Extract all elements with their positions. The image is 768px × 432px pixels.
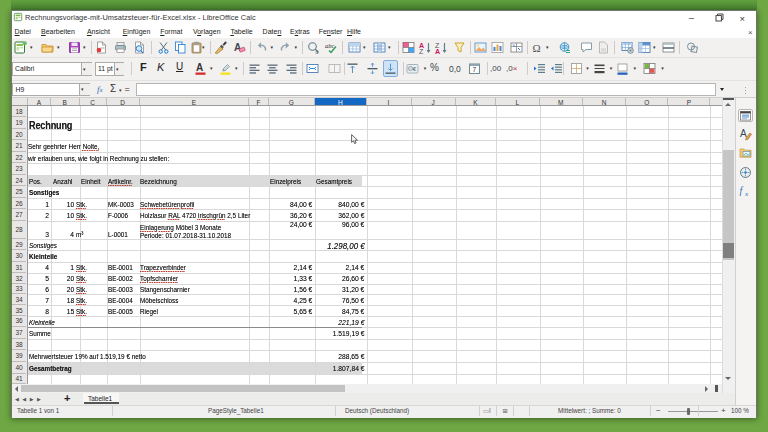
svg-text:7: 7 <box>473 66 477 73</box>
svg-text:x: x <box>744 190 749 198</box>
svg-text:A: A <box>740 128 747 139</box>
svg-text:abc: abc <box>325 42 335 49</box>
svg-text:A: A <box>196 62 203 73</box>
svg-text:Z: Z <box>419 47 424 54</box>
svg-text:d: d <box>315 48 318 54</box>
svg-text:A: A <box>435 47 440 54</box>
svg-text:Ω: Ω <box>532 42 540 54</box>
svg-text:f: f <box>740 185 744 196</box>
